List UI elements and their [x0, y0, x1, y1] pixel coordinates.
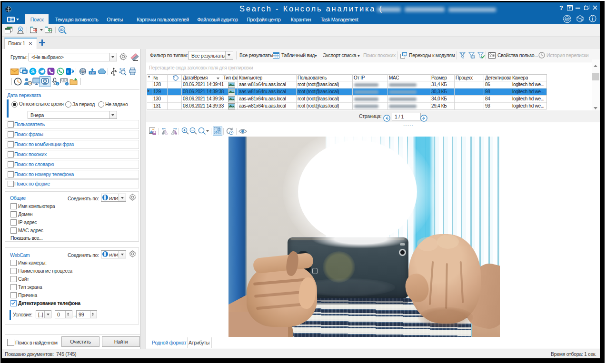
svg-text:HTTP: HTTP: [80, 70, 85, 72]
svg-text:FTP: FTP: [90, 72, 95, 74]
svg-text:S: S: [31, 69, 34, 74]
svg-text:L: L: [67, 69, 70, 74]
svg-text:ID: ID: [60, 28, 64, 31]
svg-text:IM: IM: [23, 70, 27, 73]
